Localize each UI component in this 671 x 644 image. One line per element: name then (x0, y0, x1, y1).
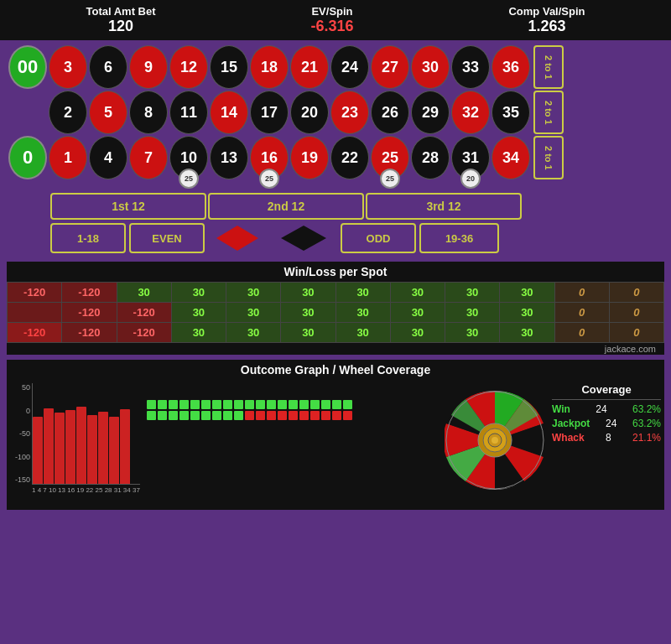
black-diamond-bet[interactable] (270, 223, 337, 253)
num-23[interactable]: 23 (330, 91, 369, 134)
num-6[interactable]: 6 (89, 45, 127, 89)
x-label-22: 22 (86, 486, 93, 494)
num-18[interactable]: 18 (250, 45, 289, 89)
chip-20: 20 (460, 169, 481, 189)
comp-val-spin-label: Comp Val/Spin (508, 5, 585, 18)
coverage-title: Coverage (552, 383, 661, 396)
num-27[interactable]: 27 (371, 45, 409, 89)
num-8[interactable]: 8 (129, 91, 168, 134)
bar-4 (65, 410, 75, 484)
num-15[interactable]: 15 (210, 45, 248, 89)
jackace-credit: jackace.com (7, 343, 664, 355)
coverage-win-row: Win 24 63.2% (552, 403, 661, 415)
num-28[interactable]: 28 (411, 136, 450, 179)
coverage-square (169, 400, 178, 409)
num-19[interactable]: 19 (290, 136, 329, 179)
winloss-table: -120 -120 30 30 30 30 30 30 30 30 0 0 -1… (7, 282, 664, 343)
bet-even[interactable]: EVEN (129, 223, 205, 253)
x-label-7: 7 (43, 486, 46, 494)
num-7[interactable]: 7 (129, 136, 168, 179)
third-dozen-bet[interactable]: 3rd 12 (366, 193, 522, 220)
2to1-bot[interactable]: 2 to 1 (533, 136, 564, 179)
coverage-square (158, 411, 167, 420)
wl-cell: 0 (609, 323, 663, 343)
num-1[interactable]: 1 (49, 136, 87, 179)
wl-row-3: -120 -120 -120 30 30 30 30 30 30 30 0 0 (8, 323, 664, 343)
num-31[interactable]: 31 20 (451, 136, 490, 179)
num-32[interactable]: 32 (451, 91, 490, 134)
coverage-square (234, 400, 243, 409)
red-diamond-bet[interactable] (208, 223, 267, 253)
bar-chart (32, 383, 140, 485)
bars-container (33, 383, 140, 484)
2to1-mid[interactable]: 2 to 1 (533, 91, 564, 134)
num-30[interactable]: 30 (411, 45, 450, 89)
num-25[interactable]: 25 25 (371, 136, 409, 179)
wl-cell: 30 (445, 283, 500, 303)
coverage-square (332, 400, 341, 409)
y-label-150n: -150 (10, 475, 30, 484)
num-24[interactable]: 24 (330, 45, 369, 89)
bet-1-18[interactable]: 1-18 (50, 223, 126, 253)
num-22[interactable]: 22 (330, 136, 369, 179)
x-label-1: 1 (32, 486, 35, 494)
wl-cell: 30 (336, 323, 390, 343)
chip-25a: 25 (179, 169, 199, 189)
num-26[interactable]: 26 (371, 91, 409, 134)
green-strip-container (147, 383, 438, 506)
num-3[interactable]: 3 (49, 45, 87, 89)
wl-cell: 30 (226, 303, 281, 323)
num-29[interactable]: 29 (411, 91, 450, 134)
ev-spin-value: -6.316 (310, 18, 353, 35)
num-36[interactable]: 36 (492, 45, 530, 89)
double-zero-cell[interactable]: 00 (8, 45, 47, 89)
num-20[interactable]: 20 (290, 91, 329, 134)
second-dozen-bet[interactable]: 2nd 12 (208, 193, 364, 220)
wl-cell: 0 (554, 303, 609, 323)
outcome-body: 50 0 -50 -100 -150 (7, 380, 664, 510)
svg-point-6 (492, 437, 498, 444)
coverage-square (289, 400, 298, 409)
total-amt-bet-value: 120 (108, 18, 133, 35)
coverage-win-pct: 63.2% (632, 403, 661, 415)
wl-cell: -120 (117, 303, 171, 323)
y-label-50n: -50 (10, 429, 30, 438)
numbers-area: 3 6 9 12 15 18 21 24 27 30 33 36 2 5 8 1… (49, 45, 530, 253)
num-34[interactable]: 34 (492, 136, 530, 179)
x-label-34: 34 (123, 486, 131, 494)
num-2[interactable]: 2 (49, 91, 87, 134)
bet-19-36[interactable]: 19-36 (419, 223, 499, 253)
coverage-win-count: 24 (596, 403, 606, 415)
num-17[interactable]: 17 (250, 91, 289, 134)
number-row-top: 3 6 9 12 15 18 21 24 27 30 33 36 (49, 45, 530, 89)
coverage-whack-count: 8 (606, 432, 611, 444)
num-10[interactable]: 10 25 (169, 136, 208, 179)
num-33[interactable]: 33 (451, 45, 490, 89)
green-strip (147, 400, 356, 420)
num-35[interactable]: 35 (492, 91, 530, 134)
num-13[interactable]: 13 (210, 136, 248, 179)
bet-odd[interactable]: ODD (341, 223, 416, 253)
coverage-whack-row: Whack 8 21.1% (552, 432, 661, 444)
bar-chart-wrapper: 50 0 -50 -100 -150 (10, 383, 140, 506)
2to1-top[interactable]: 2 to 1 (533, 45, 564, 89)
wl-cell: 30 (500, 303, 554, 323)
chip-25b: 25 (259, 169, 279, 189)
num-11[interactable]: 11 (169, 91, 208, 134)
num-14[interactable]: 14 (210, 91, 248, 134)
x-label-37: 37 (133, 486, 140, 494)
wl-cell: 30 (336, 303, 390, 323)
total-amt-bet-block: Total Amt Bet 120 (86, 5, 155, 35)
zero-cell[interactable]: 0 (8, 136, 47, 179)
bar-9 (120, 409, 130, 484)
num-21[interactable]: 21 (290, 45, 329, 89)
num-9[interactable]: 9 (129, 45, 168, 89)
num-16[interactable]: 16 25 (250, 136, 289, 179)
num-5[interactable]: 5 (89, 91, 127, 134)
outcome-section: Outcome Graph / Wheel Coverage 50 0 -50 … (7, 360, 664, 510)
num-4[interactable]: 4 (89, 136, 127, 179)
first-dozen-bet[interactable]: 1st 12 (50, 193, 206, 220)
y-axis-labels: 50 0 -50 -100 -150 (10, 383, 30, 484)
num-12[interactable]: 12 (169, 45, 208, 89)
coverage-square (278, 400, 287, 409)
